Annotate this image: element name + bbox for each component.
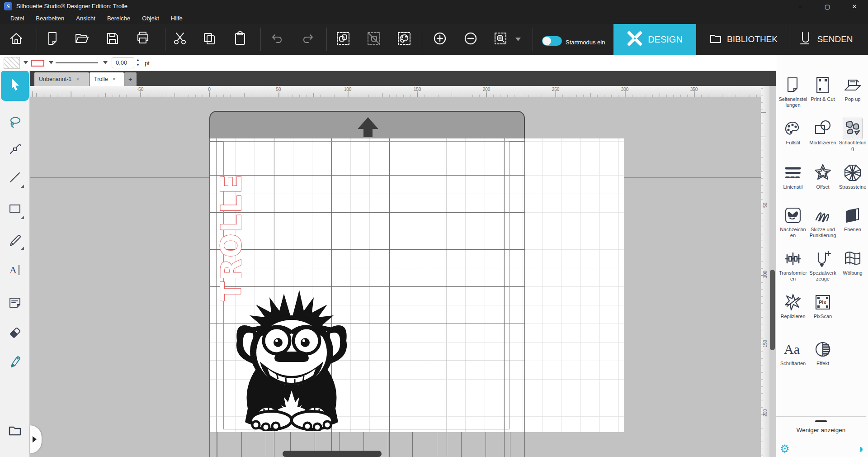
- lasso-icon: [8, 115, 22, 131]
- close-button[interactable]: ✕: [841, 0, 868, 13]
- startmodus-toggle[interactable]: [542, 36, 562, 46]
- line-style-sample[interactable]: [56, 62, 98, 63]
- window-title: Silhouette Studio® Designer Edition: Tro…: [16, 3, 127, 10]
- panel-tool-offset[interactable]: Offset: [808, 162, 838, 190]
- open-folder-icon: [74, 30, 90, 48]
- deselect-button[interactable]: [361, 26, 387, 53]
- zoom-dropdown-caret[interactable]: [515, 38, 521, 41]
- panel-tool-print-cut[interactable]: Print & Cut: [808, 74, 838, 108]
- undo-icon: [269, 30, 285, 48]
- line-weight-spinner-down[interactable]: ▼: [136, 63, 141, 67]
- cut-button[interactable]: [167, 26, 193, 53]
- theme-gear-icon[interactable]: ◑: [857, 443, 864, 454]
- fill-style-swatch[interactable]: [4, 57, 20, 69]
- home-button[interactable]: [4, 26, 29, 53]
- panel-tool-nachzeichnen[interactable]: Nachzeichn en: [778, 204, 808, 238]
- tool-line[interactable]: [4, 167, 26, 190]
- weniger-anzeigen-button[interactable]: Weniger anzeigen: [776, 427, 866, 433]
- menu-datei[interactable]: Datei: [5, 13, 30, 24]
- doc-tab-close-icon[interactable]: ×: [113, 76, 116, 82]
- panel-tool-skizze[interactable]: Skizze und Punktierung: [808, 204, 838, 238]
- panel-tool-fuellstil[interactable]: Füllstil: [778, 117, 808, 152]
- open-button[interactable]: [69, 26, 94, 53]
- tool-draw[interactable]: [4, 229, 26, 252]
- panel-tool-spezialwerkzeuge[interactable]: Spezialwerk zeuge: [808, 248, 838, 282]
- panel-tool-pop-up[interactable]: Pop up: [838, 74, 868, 108]
- fonts-icon: Aa: [783, 338, 803, 361]
- title-bar: S Silhouette Studio® Designer Edition: T…: [0, 0, 868, 13]
- minimize-button[interactable]: –: [787, 0, 814, 13]
- new-doc-tab-button[interactable]: +: [124, 72, 137, 86]
- line-color-swatch[interactable]: [31, 60, 44, 67]
- panel-tool-pixscan[interactable]: Pix PixScan: [808, 291, 838, 319]
- redo-button[interactable]: [296, 26, 321, 53]
- doc-tab-close-icon[interactable]: ×: [76, 76, 79, 82]
- menu-bearbeiten[interactable]: Bearbeiten: [30, 13, 70, 24]
- transform-align-icon: [783, 248, 802, 270]
- print-button[interactable]: [130, 26, 156, 53]
- doc-tab-unbenannt[interactable]: Unbenannt-1 ×: [34, 72, 89, 86]
- doc-tab-trolle[interactable]: Trolle ×: [90, 72, 124, 86]
- tab-design[interactable]: DESIGN: [613, 24, 696, 55]
- pencil-icon: [8, 233, 22, 248]
- panel-tool-replizieren[interactable]: Replizieren: [778, 291, 808, 319]
- panel-tool-transformieren[interactable]: Transformier en: [778, 248, 808, 282]
- paste-button[interactable]: [227, 26, 253, 53]
- toggle-knob: [542, 37, 551, 45]
- line-color-dropdown-caret[interactable]: [49, 61, 53, 64]
- panel-tool-ebenen[interactable]: Ebenen: [838, 204, 868, 238]
- tool-knife[interactable]: [4, 351, 26, 373]
- menu-bereiche[interactable]: Bereiche: [101, 13, 136, 24]
- flyout-corner-icon: [21, 185, 24, 188]
- horizontal-scrollbar-thumb[interactable]: [283, 451, 382, 457]
- menu-objekt[interactable]: Objekt: [136, 13, 165, 24]
- menu-ansicht[interactable]: Ansicht: [70, 13, 101, 24]
- tab-bibliothek[interactable]: BIBLIOTHEK: [700, 24, 787, 55]
- tool-edit-points[interactable]: [4, 138, 26, 161]
- zoom-out-button[interactable]: [458, 26, 483, 53]
- panel-tool-effekt[interactable]: Effekt: [808, 338, 838, 367]
- vertical-scrollbar-thumb[interactable]: [770, 270, 775, 350]
- select-by-color-button[interactable]: [392, 26, 417, 53]
- line-weight-input[interactable]: 0,00: [112, 57, 134, 68]
- tool-select[interactable]: [1, 70, 29, 101]
- copy-button[interactable]: [197, 26, 222, 53]
- select-shape-button[interactable]: [330, 26, 356, 53]
- maximize-button[interactable]: ▢: [814, 0, 841, 13]
- select-shape-icon: [335, 30, 351, 48]
- tab-senden[interactable]: SENDEN: [792, 24, 860, 55]
- zoom-selection-button[interactable]: [488, 26, 514, 53]
- home-icon: [8, 30, 24, 48]
- panel-tool-strasssteine[interactable]: Strasssteine: [838, 162, 868, 190]
- ruler-number: 50: [763, 199, 768, 212]
- fill-dropdown-caret[interactable]: [24, 61, 28, 64]
- zoom-in-button[interactable]: [427, 26, 453, 53]
- tool-lasso[interactable]: [4, 112, 26, 134]
- menu-hilfe[interactable]: Hilfe: [165, 13, 189, 24]
- save-button[interactable]: [100, 26, 125, 53]
- tool-rectangle[interactable]: [4, 198, 26, 221]
- redo-icon: [300, 30, 316, 48]
- new-document-button[interactable]: [40, 26, 65, 53]
- right-tool-panel: Seiteneinstel lungen Print & Cut Pop up …: [776, 55, 868, 457]
- settings-gear-icon[interactable]: ⚙: [780, 443, 790, 454]
- panel-tool-schriftarten[interactable]: Aa Schriftarten: [778, 338, 808, 367]
- panel-tool-linienstil[interactable]: Linienstil: [778, 162, 808, 190]
- tool-folder[interactable]: [4, 420, 26, 443]
- collapse-dash-icon[interactable]: [815, 420, 827, 422]
- tool-eraser[interactable]: [4, 321, 26, 344]
- line-weight-spinner-up[interactable]: ▲: [136, 58, 141, 62]
- vertical-scrollbar[interactable]: [769, 86, 776, 457]
- toolbar-separator: [37, 28, 37, 51]
- undo-button[interactable]: [264, 26, 289, 53]
- panel-tool-seiteneinstellungen[interactable]: Seiteneinstel lungen: [778, 74, 808, 108]
- line-style-dropdown-caret[interactable]: [103, 61, 108, 64]
- palette-flyout-handle[interactable]: [30, 425, 42, 453]
- troll-graphic[interactable]: [226, 287, 357, 431]
- panel-tool-schachtelung[interactable]: Schachtelun g: [838, 117, 868, 152]
- offset-star-icon: [813, 162, 832, 184]
- panel-tool-modifizieren[interactable]: Modifizieren: [808, 117, 838, 152]
- tool-note[interactable]: [4, 292, 26, 314]
- tool-text[interactable]: A: [4, 260, 26, 282]
- panel-tool-woelbung[interactable]: Wölbung: [838, 248, 868, 282]
